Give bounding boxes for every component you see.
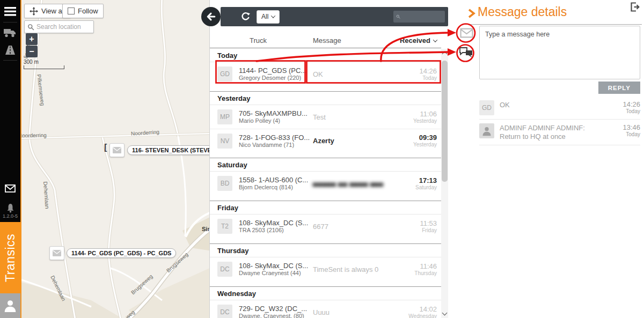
chevron-right-icon [468,9,475,18]
street-label: Noorderring [21,132,47,139]
send-message-mode-button[interactable] [460,28,473,38]
list-search-box[interactable] [393,11,445,23]
map-search-box[interactable] [24,20,94,33]
truck-cell: 108- SkyMax_DC (S... Dwayne Craeynest (4… [239,262,310,277]
sidebar-item-routes[interactable] [0,44,20,56]
list-item[interactable]: T2 108- SkyMax_DC (S... TRA 2503 (2106) … [210,215,441,238]
avatar: BD [217,176,232,191]
message-list: Today GD 1144- PC_GDS (PC... Gregory Des… [210,49,441,318]
avatar: DC [217,305,232,318]
group-yesterday: Yesterday MP 705- SkyMAXMPBU... Mario Po… [210,91,441,158]
driver-name: Nico Vandamme (71) [239,142,310,149]
received-cell: 11:46 Thursday [383,262,437,277]
truck-name: 108- SkyMax_DC (S... [239,219,310,227]
received-time: 11:46 [383,262,437,270]
thread-message: GD OK 14:26 Today [479,97,640,120]
compose-input[interactable] [479,26,640,79]
map-marker-label-pc-gds[interactable]: 1144- PC_GDS (PC_GDS) - PC_GDS [67,248,176,258]
message-preview: OK [310,70,383,78]
message-thread: GD OK 14:26 Today ADMINF ADMINF ADMINF: … [479,97,640,145]
sidebar-item-trucks[interactable] [0,27,20,39]
group-label: Saturday [210,158,441,172]
refresh-button[interactable] [241,12,250,21]
message-preview: Test [310,113,383,121]
list-item[interactable]: NV 728- 1-FOG-833 (FO... Nico Vandamme (… [210,129,441,152]
map-search-input[interactable] [36,23,90,31]
received-cell: 14:02 Wednesday [383,305,437,318]
search-icon [27,24,34,31]
group-saturday: Saturday BD 1558- 1-AUS-600 (C... Bjorn … [210,158,441,201]
column-message: Message [313,36,341,45]
group-label: Yesterday [210,92,441,105]
group-label: Wednesday [210,287,441,300]
received-cell: 11:53 Friday [383,219,437,234]
time: 14:26 [601,100,640,108]
map-scale-bar [24,65,64,69]
view-all-label: View all [41,7,65,15]
time: 13:46 [601,123,640,131]
list-item[interactable]: DC 729- DC_W32 (DC_... Dwayne. Craeynest… [210,300,441,318]
column-headers: Truck Message Received [210,33,441,48]
logout-button[interactable] [630,2,640,14]
envelope-icon [460,28,473,38]
back-arrow-icon [206,11,216,22]
driver-name: Dwayne Craeynest (44) [239,270,310,277]
user-profile-button[interactable] [0,293,20,318]
thread-message: ADMINF ADMINF ADMINF: Return to HQ at on… [479,120,640,145]
truck-name: 1558- 1-AUS-600 (C... [239,176,310,184]
driver-name: Bjorn Declercq (814) [239,184,310,191]
received-cell: 09:39 Yesterday [383,134,437,148]
follow-toggle[interactable]: Follow [62,4,104,18]
envelope-icon [5,184,16,193]
chevron-down-icon [433,38,437,42]
move-icon [30,7,38,16]
thread-message-time: 14:26 Today [601,100,640,115]
avatar: GD [479,100,494,115]
zoom-out-button[interactable]: − [26,46,38,57]
scrollbar-thumb[interactable] [442,61,448,182]
list-search-input[interactable] [402,13,442,20]
received-time: 14:02 [383,305,437,313]
refresh-icon [241,12,250,21]
truck-name: 729- DC_W32 (DC_... [239,305,310,313]
driver-name: Gregory Desomer (220) [239,75,310,82]
sidebar-item-alerts[interactable] [0,202,20,215]
message-preview: TimeSent is always 0 [310,265,383,273]
map-canvas [21,0,209,318]
received-day: Yesterday [383,142,437,148]
follow-checkbox[interactable] [68,8,75,14]
scrollbar[interactable] [441,49,448,318]
hamburger-icon [4,7,16,16]
map-marker-label-steven-desk[interactable]: 116- STEVEN_DESK (STEVENDP) [127,145,209,155]
logout-icon [630,2,640,12]
brand-label: Transics [3,234,18,282]
map-marker-pc-gds[interactable] [49,246,64,260]
message-preview: Uuuu [310,308,383,316]
scroll-up-icon[interactable] [442,51,448,57]
list-item[interactable]: MP 705- SkyMAXMPBU... Mario Polley (4) T… [210,105,441,129]
filter-dropdown[interactable]: All [257,10,280,24]
map-pane[interactable]: Pilkemseweg Pilkemseweg Noorderring Noor… [21,0,209,318]
menu-button[interactable] [0,5,20,18]
envelope-icon [53,250,61,256]
list-item[interactable]: DC 108- SkyMax_DC (S... Dwayne Craeynest… [210,257,441,281]
driver-name: TRA 2503 (2106) [239,227,310,234]
group-wednesday: Wednesday DC 729- DC_W32 (DC_... Dwayne.… [210,286,441,318]
truck-cell: 728- 1-FOG-833 (FO... Nico Vandamme (71) [239,134,310,149]
zoom-in-button[interactable]: + [26,33,38,45]
brand-tab[interactable]: Transics [0,222,20,294]
envelope-icon [113,147,121,153]
chat-mode-button[interactable] [459,47,473,58]
thread-message-text: OK [494,100,601,115]
list-item[interactable]: GD 1144- PC_GDS (PC... Gregory Desomer (… [210,62,441,86]
list-item[interactable]: BD 1558- 1-AUS-600 (C... Bjorn Declercq … [210,172,441,195]
truck-cell: 1144- PC_GDS (PC... Gregory Desomer (220… [239,66,310,82]
reply-button[interactable]: REPLY [598,82,640,94]
received-day: Saturday [383,184,437,191]
back-button[interactable] [201,7,221,26]
truck-name: 728- 1-FOG-833 (FO... [239,134,310,142]
scroll-down-icon[interactable] [442,310,448,316]
column-received-sort[interactable]: Received [400,36,437,45]
sidebar-item-messages[interactable] [0,182,20,194]
map-marker-steven-desk[interactable] [109,143,125,157]
